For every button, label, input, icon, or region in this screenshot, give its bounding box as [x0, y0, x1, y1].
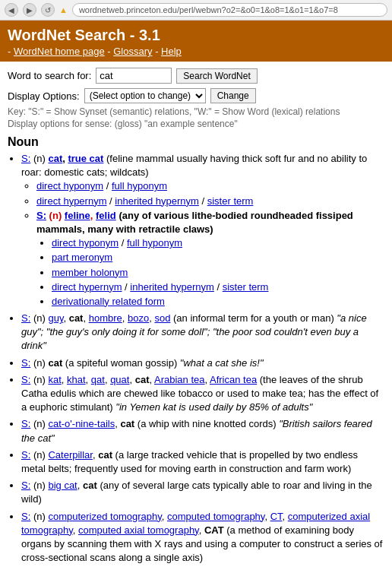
noun-heading: Noun	[8, 135, 384, 149]
noun-ct-link[interactable]: CT	[270, 511, 283, 522]
site-title: WordNet Search - 3.1	[8, 27, 384, 44]
noun-computed-axial-link[interactable]: computed axial tomography	[78, 524, 199, 536]
display-options-select[interactable]: (Select option to change)	[84, 88, 206, 103]
noun-sod-link[interactable]: sod	[154, 312, 170, 324]
noun-hombre-link[interactable]: hombre	[89, 312, 122, 324]
noun-list: S: (n) cat, true cat (feline mammal usua…	[21, 152, 384, 565]
search-label: Word to search for:	[8, 70, 91, 81]
feline-direct-hypernym[interactable]: direct hypernym	[52, 281, 122, 293]
url-bar[interactable]: wordnetweb.princeton.edu/perl/webwn?o2=&…	[72, 3, 387, 17]
feline-member-holonym[interactable]: member holonym	[52, 267, 128, 278]
feline-sub-meronym: part meronym	[52, 251, 384, 264]
sub-item-feline: S: (n) feline, felid (any of various lit…	[36, 209, 384, 309]
search-input[interactable]	[96, 68, 172, 84]
noun-entry-2: S: (n) guy, cat, hombre, bozo, sod (an i…	[21, 312, 384, 353]
feline-derivationally-related[interactable]: derivationally related form	[52, 296, 165, 307]
noun-s-link-4[interactable]: S:	[21, 374, 30, 385]
noun-s-link-6[interactable]: S:	[21, 449, 30, 461]
feline-sub-hyponym: direct hyponym / full hyponym	[52, 236, 384, 250]
noun-s-link-5[interactable]: S:	[21, 418, 30, 429]
direct-hypernym-link[interactable]: direct hypernym	[36, 195, 106, 207]
noun-entry-1: S: (n) cat, true cat (feline mammal usua…	[21, 152, 384, 309]
sub-item-hyponym-1: direct hyponym / full hyponym	[36, 179, 384, 193]
noun-cat-link[interactable]: cat	[48, 153, 62, 164]
noun-computed-link[interactable]: computerized tomography	[48, 511, 161, 522]
noun-computed-link[interactable]: computed tomography	[167, 511, 264, 522]
noun-s-link-2[interactable]: S:	[21, 312, 30, 324]
site-header: WordNet Search - 3.1 - WordNet home page…	[0, 21, 392, 62]
noun-entry-7: S: (n) big cat, cat (any of several larg…	[21, 479, 384, 506]
search-row: Word to search for: Search WordNet	[8, 68, 384, 84]
noun-khat-link[interactable]: khat	[67, 374, 86, 385]
noun-entry-3: S: (n) cat (a spiteful woman gossip) "wh…	[21, 356, 384, 370]
noun-s-link-1[interactable]: S:	[21, 153, 30, 164]
noun-bozo-link[interactable]: bozo	[128, 312, 149, 324]
browser-chrome: ◀ ▶ ↺ ▲ wordnetweb.princeton.edu/perl/we…	[0, 0, 392, 21]
display-options-label: Display Options:	[8, 90, 80, 102]
sister-term-link[interactable]: sister term	[207, 195, 254, 207]
noun-s-link-8[interactable]: S:	[21, 511, 30, 522]
glossary-link[interactable]: Glossary	[113, 46, 152, 57]
direct-hyponym-link[interactable]: direct hyponym	[36, 180, 103, 192]
header-links: - WordNet home page - Glossary - Help	[8, 46, 384, 57]
feline-full-hyponym[interactable]: full hyponym	[127, 237, 182, 249]
noun-truecat-link[interactable]: true cat	[68, 153, 103, 164]
feline-direct-hyponym[interactable]: direct hyponym	[52, 237, 119, 249]
forward-button[interactable]: ▶	[23, 3, 36, 17]
noun-guy-link[interactable]: guy	[48, 312, 63, 324]
search-button[interactable]: Search WordNet	[176, 68, 257, 84]
noun-arabian-tea-link[interactable]: Arabian tea	[154, 374, 205, 385]
feline-sub-list: direct hyponym / full hyponym part meron…	[52, 236, 384, 309]
noun-african-tea-link[interactable]: African tea	[210, 374, 257, 385]
noun-entry-4: S: (n) kat, khat, qat, quat, cat, Arabia…	[21, 373, 384, 415]
noun-quat-link[interactable]: quat	[110, 374, 129, 385]
key-text: Key: "S:" = Show Synset (semantic) relat…	[8, 106, 384, 117]
reload-button[interactable]: ↺	[41, 3, 55, 17]
full-hyponym-link[interactable]: full hyponym	[112, 180, 167, 192]
feline-link[interactable]: feline	[65, 210, 90, 221]
noun-entry-6: S: (n) Caterpillar, cat (a large tracked…	[21, 448, 384, 476]
home-link[interactable]: WordNet home page	[14, 46, 105, 57]
noun-kat-link[interactable]: kat	[48, 374, 61, 385]
feline-sister-term[interactable]: sister term	[223, 281, 269, 293]
change-button[interactable]: Change	[210, 88, 256, 103]
display-options-row: Display Options: (Select option to chang…	[8, 88, 384, 103]
noun-s-link-3[interactable]: S:	[21, 357, 30, 369]
noun-s-link-7[interactable]: S:	[21, 480, 30, 491]
security-icon: ▲	[59, 5, 68, 14]
noun-bigcat-link[interactable]: big cat	[48, 480, 77, 491]
feline-part-meronym[interactable]: part meronym	[52, 252, 112, 263]
inherited-hypernym-link[interactable]: inherited hypernym	[115, 195, 199, 207]
noun-caterpillar-link[interactable]: Caterpillar	[48, 449, 93, 461]
help-link[interactable]: Help	[161, 46, 182, 57]
gloss-text: Display options for sense: (gloss) "an e…	[8, 119, 384, 129]
feline-s-link[interactable]: S:	[36, 210, 46, 221]
main-content: Word to search for: Search WordNet Displ…	[0, 62, 392, 570]
felid-link[interactable]: felid	[96, 210, 116, 221]
bold-red-s-link: S: (n) feline, felid	[36, 210, 116, 221]
noun-catonine-link[interactable]: cat-o'-nine-tails	[48, 418, 115, 429]
feline-sub-hypernym: direct hypernym / inherited hypernym / s…	[52, 280, 384, 294]
feline-sub-deriv: derivationally related form	[52, 295, 384, 309]
feline-inherited-hypernym[interactable]: inherited hypernym	[130, 281, 214, 293]
noun-qat-link[interactable]: qat	[91, 374, 105, 385]
feline-sub-holonym: member holonym	[52, 266, 384, 280]
noun-sub-list-1: direct hyponym / full hyponym direct hyp…	[36, 179, 384, 309]
noun-entry-8: S: (n) computerized tomography, computed…	[21, 510, 384, 565]
back-button[interactable]: ◀	[5, 3, 18, 17]
sub-item-hypernym-1: direct hypernym / inherited hypernym / s…	[36, 195, 384, 208]
noun-entry-5: S: (n) cat-o'-nine-tails, cat (a whip wi…	[21, 417, 384, 445]
